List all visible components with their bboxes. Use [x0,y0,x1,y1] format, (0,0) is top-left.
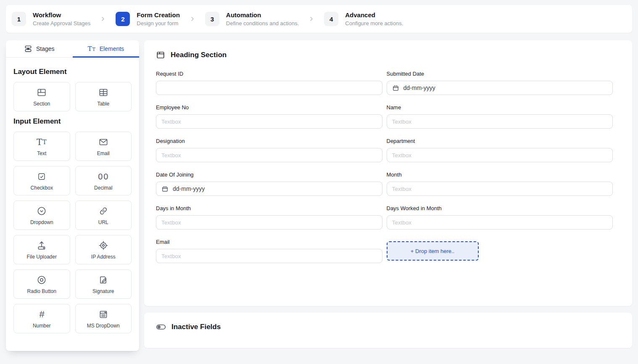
element-card-radio-button[interactable]: Radio Button [13,269,70,299]
field-days-worked-in-month: Days Worked in Month [387,205,613,229]
field-label: Days in Month [156,205,382,211]
element-label: IP Address [91,254,116,260]
element-card-url[interactable]: URL [75,200,132,230]
element-card-checkbox[interactable]: Checkbox [13,166,70,195]
field-label: Designation [156,138,382,144]
element-card-signature[interactable]: Signature [75,269,132,299]
element-card-ms-dropdown[interactable]: MS DropDown [75,304,132,333]
element-card-decimal[interactable]: 00 Decimal [75,166,132,195]
drop-zone-label: + Drop item here.. [411,248,454,254]
stages-icon [24,45,32,53]
field-label: Email [156,239,382,245]
step-subtitle: Create Approval Stages [33,20,90,26]
chevron-right-icon [100,16,106,22]
input-element-heading: Input Element [13,117,132,126]
employee-no-input[interactable] [156,114,382,129]
field-label: Name [387,104,613,111]
step-subtitle: Design your form [137,20,180,26]
element-card-file-uploader[interactable]: File Uploader [13,235,70,264]
department-input[interactable] [387,148,613,162]
calendar-icon [392,84,399,92]
field-label: Employee No [156,104,382,111]
step-subtitle: Configure more actions. [345,20,403,26]
element-label: Email [97,150,110,156]
workflow-stepper: 1 Workflow Create Approval Stages 2 Form… [6,5,632,33]
signature-icon [98,274,109,286]
step-number-badge: 1 [12,12,26,26]
dropdown-icon [36,205,47,217]
input-element-grid: TT Text Email Checkbox 00 [13,132,132,333]
radio-icon [36,274,47,286]
toggle-off-icon [156,323,166,331]
inactive-fields-title: Inactive Fields [171,323,221,331]
field-label: Department [387,138,613,144]
step-subtitle: Define conditions and actions. [226,20,299,26]
checkbox-icon [37,171,47,182]
designation-input[interactable] [156,148,382,162]
date-of-joining-input[interactable]: dd-mm-yyyy [156,182,382,196]
field-label: Days Worked in Month [387,205,613,211]
tab-elements[interactable]: TT Elements [73,40,140,57]
element-card-dropdown[interactable]: Dropdown [13,200,70,230]
field-request-id: Request ID [156,71,382,95]
field-month: Month [387,171,613,196]
element-label: Signature [92,288,114,294]
element-label: URL [98,219,108,225]
element-label: Number [33,323,51,329]
field-name: Name [387,104,613,129]
table-icon [98,87,109,98]
element-label: Dropdown [30,219,53,225]
sidebar-tabbar: Stages TT Elements [6,40,139,58]
heading-section-panel: Heading Section Request ID Submitted Dat… [144,40,632,306]
email-icon [98,136,109,148]
element-card-section[interactable]: Section [13,82,70,111]
text-icon: TT [37,136,47,148]
submitted-date-input[interactable]: dd-mm-yyyy [387,81,613,95]
form-grid: Request ID Submitted Date dd-mm-yyyy Emp… [144,60,632,263]
field-employee-no: Employee No [156,104,382,129]
field-label: Date Of Joining [156,171,382,178]
step-workflow[interactable]: 1 Workflow Create Approval Stages [12,11,90,26]
request-id-input[interactable] [156,81,382,95]
step-advanced[interactable]: 4 Advanced Configure more actions. [324,11,403,26]
ms-dropdown-icon [98,309,109,320]
element-card-table[interactable]: Table [75,82,132,111]
days-in-month-input[interactable] [156,215,382,229]
step-title: Advanced [345,11,403,19]
step-number-badge: 3 [205,12,219,26]
element-card-number[interactable]: # Number [13,304,70,333]
element-label: Table [97,101,109,107]
email-input[interactable] [156,249,382,263]
element-card-email[interactable]: Email [75,132,132,161]
element-label: Decimal [94,185,112,191]
drop-zone[interactable]: + Drop item here.. [387,241,479,261]
field-submitted-date: Submitted Date dd-mm-yyyy [387,71,613,95]
field-date-of-joining: Date Of Joining dd-mm-yyyy [156,171,382,196]
field-department: Department [387,138,613,162]
element-card-ip-address[interactable]: IP Address [75,235,132,264]
days-worked-in-month-input[interactable] [387,215,613,229]
element-card-text[interactable]: TT Text [13,132,70,161]
field-label: Submitted Date [387,71,613,77]
tab-stages[interactable]: Stages [6,40,73,57]
layout-element-heading: Layout Element [13,68,132,76]
month-input[interactable] [387,182,613,196]
name-input[interactable] [387,114,613,129]
layout-element-grid: Section Table [13,82,132,111]
chevron-right-icon [189,16,196,22]
chevron-right-icon [308,16,315,22]
element-label: MS DropDown [87,323,120,329]
step-form-creation[interactable]: 2 Form Creation Design your form [116,11,180,26]
crosshair-icon [98,240,109,251]
tab-label: Elements [100,45,124,52]
elements-sidebar: Stages TT Elements Layout Element Sectio… [6,40,139,351]
tab-label: Stages [36,45,55,52]
section-layout-icon [156,50,165,60]
inactive-fields-panel[interactable]: Inactive Fields [144,313,632,348]
field-days-in-month: Days in Month [156,205,382,229]
step-automation[interactable]: 3 Automation Define conditions and actio… [205,11,299,26]
step-title: Form Creation [137,11,180,19]
section-icon [36,87,47,98]
element-label: Text [37,150,46,156]
link-icon [98,205,108,217]
